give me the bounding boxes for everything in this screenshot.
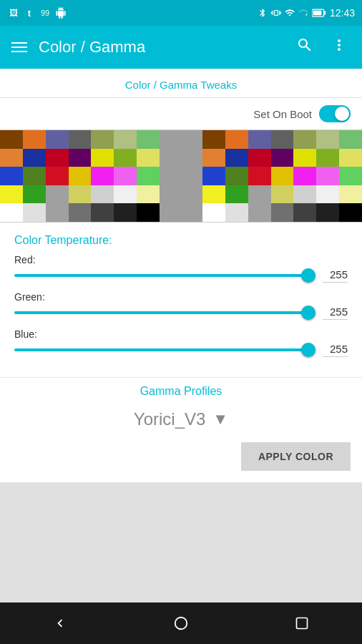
color-cell	[293, 149, 316, 167]
sliders-section: Color Temperature: Red: 255 Green: 255	[0, 223, 362, 377]
blue-slider[interactable]	[14, 348, 315, 351]
color-cell	[202, 167, 225, 185]
blue-label: Blue:	[14, 328, 348, 340]
color-cell	[202, 130, 225, 149]
menu-icon[interactable]	[11, 42, 27, 52]
android-icon	[54, 6, 67, 19]
color-cell	[69, 149, 92, 167]
color-cell	[271, 185, 294, 204]
color-cell	[46, 167, 69, 185]
green-slider-row: Green: 255	[14, 291, 348, 320]
back-button[interactable]	[42, 605, 78, 641]
color-cell	[0, 185, 23, 204]
dropdown-arrow-icon: ▼	[212, 410, 228, 429]
color-cell	[69, 203, 92, 222]
color-cell	[339, 167, 362, 185]
grid-divider	[160, 130, 202, 222]
green-value: 255	[323, 306, 348, 320]
red-slider[interactable]	[14, 274, 315, 277]
gamma-profiles-label: Gamma Profiles	[11, 385, 351, 398]
color-cell	[316, 149, 339, 167]
set-on-boot-row: Set On Boot	[0, 98, 362, 130]
color-cell	[23, 167, 46, 185]
color-cell	[293, 130, 316, 149]
main-card: Color / Gamma Tweaks Set On Boot Color T…	[0, 69, 362, 482]
color-cell	[202, 203, 225, 222]
gamma-dropdown[interactable]: Yorici_V3 ▼	[11, 404, 351, 435]
color-cell	[114, 203, 137, 222]
color-cell	[202, 185, 225, 204]
more-vert-icon[interactable]	[328, 34, 351, 61]
color-cell	[23, 149, 46, 167]
color-cell	[46, 149, 69, 167]
color-cell	[0, 149, 23, 167]
color-cell	[225, 130, 248, 149]
time-display: 12:43	[330, 7, 355, 19]
color-cell	[293, 167, 316, 185]
green-slider[interactable]	[14, 311, 315, 314]
red-slider-control: 255	[14, 268, 348, 283]
green-slider-control: 255	[14, 306, 348, 320]
red-slider-row: Red: 255	[14, 254, 348, 283]
color-cell	[271, 130, 294, 149]
color-cell	[114, 185, 137, 204]
color-cell	[248, 203, 271, 222]
blue-slider-control: 255	[14, 343, 348, 357]
color-cell	[46, 130, 69, 149]
apply-color-button[interactable]: APPLY COLOR	[241, 442, 351, 471]
color-cell	[137, 130, 160, 149]
badge-icon: 99	[39, 6, 52, 19]
color-temperature-label: Color Temperature:	[14, 234, 348, 247]
photo-icon: 🖼	[7, 6, 20, 19]
color-cell	[23, 130, 46, 149]
status-right: 12:43	[258, 7, 355, 19]
color-cell	[248, 149, 271, 167]
color-cell	[23, 185, 46, 204]
svg-point-3	[175, 618, 187, 630]
color-cell	[316, 185, 339, 204]
color-cell	[91, 185, 114, 204]
status-bar: 🖼 t 99 12:43	[0, 0, 362, 26]
color-cell	[91, 167, 114, 185]
color-cell	[339, 185, 362, 204]
color-cell	[316, 130, 339, 149]
color-cell	[225, 167, 248, 185]
color-cell	[248, 185, 271, 204]
green-label: Green:	[14, 291, 348, 303]
search-icon[interactable]	[293, 34, 316, 61]
color-cell	[69, 167, 92, 185]
set-on-boot-toggle[interactable]	[319, 105, 351, 122]
color-cell	[202, 149, 225, 167]
color-cell	[91, 149, 114, 167]
color-cell	[225, 149, 248, 167]
svg-rect-1	[324, 11, 326, 15]
home-button[interactable]	[163, 605, 199, 641]
tweaks-header: Color / Gamma Tweaks	[0, 69, 362, 98]
svg-rect-4	[296, 618, 307, 629]
color-cell	[339, 149, 362, 167]
right-color-grid	[202, 130, 362, 222]
color-cell	[0, 167, 23, 185]
color-cell	[271, 167, 294, 185]
color-cell	[114, 167, 137, 185]
color-cell	[23, 203, 46, 222]
color-cell	[293, 203, 316, 222]
color-cell	[46, 185, 69, 204]
color-cell	[137, 149, 160, 167]
color-cell	[91, 203, 114, 222]
color-cell	[339, 130, 362, 149]
color-cell	[137, 167, 160, 185]
color-cell	[0, 203, 23, 222]
set-on-boot-label: Set On Boot	[253, 108, 312, 120]
color-cell	[0, 130, 23, 149]
apply-row: APPLY COLOR	[0, 435, 362, 482]
recent-apps-button[interactable]	[284, 605, 320, 641]
red-label: Red:	[14, 254, 348, 265]
color-cell	[114, 130, 137, 149]
color-cell	[69, 130, 92, 149]
gamma-selected-value: Yorici_V3	[134, 409, 206, 429]
color-cell	[248, 130, 271, 149]
tweaks-title: Color / Gamma Tweaks	[125, 79, 237, 91]
color-cell	[339, 203, 362, 222]
color-cell	[271, 149, 294, 167]
